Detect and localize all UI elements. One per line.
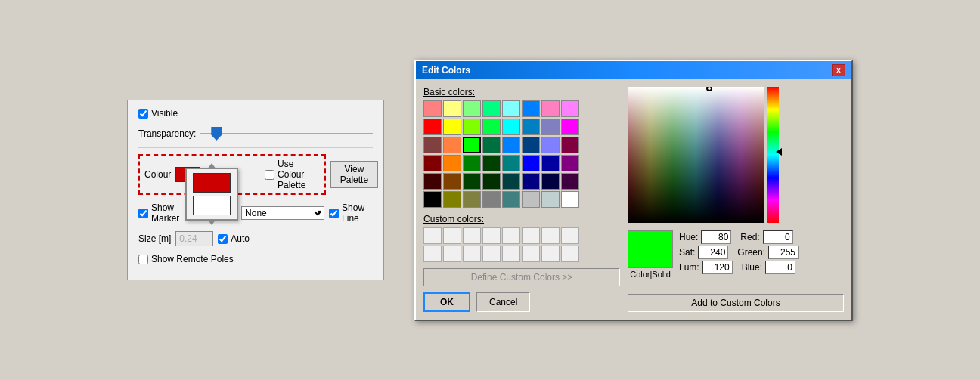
basic-color-cell[interactable] xyxy=(482,173,501,190)
basic-color-cell[interactable] xyxy=(502,173,520,190)
basic-color-cell[interactable] xyxy=(502,191,520,208)
basic-color-cell[interactable] xyxy=(443,119,461,135)
custom-color-cell[interactable] xyxy=(423,246,442,262)
basic-color-cell[interactable] xyxy=(541,119,560,135)
basic-color-cell[interactable] xyxy=(541,137,560,153)
basic-color-cell[interactable] xyxy=(443,173,461,190)
hue-input[interactable] xyxy=(701,230,731,244)
basic-color-cell[interactable] xyxy=(522,119,540,135)
basic-color-cell[interactable] xyxy=(522,155,540,171)
basic-color-cell[interactable] xyxy=(541,191,560,208)
basic-color-cell[interactable] xyxy=(463,119,481,135)
basic-color-cell[interactable] xyxy=(423,137,442,153)
cancel-button[interactable]: Cancel xyxy=(476,292,530,312)
use-colour-palette-checkbox[interactable] xyxy=(265,170,274,180)
popup-white-swatch[interactable] xyxy=(193,196,231,215)
custom-color-cell[interactable] xyxy=(463,246,481,262)
show-line-checkbox[interactable] xyxy=(329,209,339,218)
basic-color-cell[interactable] xyxy=(423,100,442,117)
visible-checkbox[interactable] xyxy=(138,109,148,119)
basic-color-cell[interactable] xyxy=(463,137,481,153)
color-spectrum[interactable] xyxy=(628,87,764,223)
blue-input[interactable] xyxy=(765,261,795,274)
basic-color-cell[interactable] xyxy=(541,100,560,117)
custom-color-cell[interactable] xyxy=(502,227,520,244)
transparency-label: Transparency: xyxy=(138,128,196,139)
custom-color-cell[interactable] xyxy=(522,227,540,244)
basic-color-cell[interactable] xyxy=(522,173,540,190)
basic-color-cell[interactable] xyxy=(561,173,579,190)
hue-cursor xyxy=(776,148,782,156)
view-palette-button[interactable]: View Palette xyxy=(330,161,378,188)
custom-color-cell[interactable] xyxy=(443,246,461,262)
custom-color-cell[interactable] xyxy=(463,227,481,244)
hue-row: Hue: Red: xyxy=(679,230,799,244)
custom-color-cell[interactable] xyxy=(561,246,579,262)
colour-dashed-container: Colour Use Colour Palette xyxy=(138,154,326,195)
basic-color-cell[interactable] xyxy=(482,119,501,135)
basic-color-cell[interactable] xyxy=(482,137,501,153)
auto-label[interactable]: Auto xyxy=(218,233,250,244)
basic-color-cell[interactable] xyxy=(561,155,579,171)
basic-color-cell[interactable] xyxy=(502,137,520,153)
use-colour-palette-label[interactable]: Use Colour Palette xyxy=(265,159,320,190)
visible-checkbox-label[interactable]: Visible xyxy=(138,108,178,119)
show-marker-checkbox[interactable] xyxy=(138,209,148,218)
basic-color-cell[interactable] xyxy=(482,191,501,208)
basic-color-cell[interactable] xyxy=(443,191,461,208)
basic-color-cell[interactable] xyxy=(561,191,579,208)
custom-color-cell[interactable] xyxy=(541,246,560,262)
define-custom-colors-button[interactable]: Define Custom Colors >> xyxy=(423,268,620,286)
popup-red-swatch[interactable] xyxy=(193,173,231,193)
slider-thumb[interactable] xyxy=(211,127,222,141)
label-dropdown-wrap[interactable]: None xyxy=(241,206,324,220)
basic-color-cell[interactable] xyxy=(423,191,442,208)
custom-color-cell[interactable] xyxy=(482,227,501,244)
basic-color-cell[interactable] xyxy=(443,155,461,171)
show-remote-poles-checkbox[interactable] xyxy=(138,255,148,264)
show-remote-poles-label[interactable]: Show Remote Poles xyxy=(138,254,234,264)
basic-color-cell[interactable] xyxy=(502,119,520,135)
custom-color-cell[interactable] xyxy=(502,246,520,262)
basic-color-cell[interactable] xyxy=(463,173,481,190)
basic-color-cell[interactable] xyxy=(541,173,560,190)
basic-color-cell[interactable] xyxy=(561,137,579,153)
auto-checkbox[interactable] xyxy=(218,234,228,244)
basic-color-cell[interactable] xyxy=(423,119,442,135)
custom-color-cell[interactable] xyxy=(561,227,579,244)
add-to-custom-colors-button[interactable]: Add to Custom Colors xyxy=(628,294,844,312)
basic-color-cell[interactable] xyxy=(463,155,481,171)
custom-color-cell[interactable] xyxy=(423,227,442,244)
custom-color-cell[interactable] xyxy=(443,227,461,244)
custom-color-cell[interactable] xyxy=(541,227,560,244)
green-input[interactable] xyxy=(768,246,799,259)
transparency-slider[interactable] xyxy=(200,126,373,141)
show-line-label[interactable]: Show Line xyxy=(329,202,373,224)
basic-color-cell[interactable] xyxy=(482,155,501,171)
custom-color-cell[interactable] xyxy=(482,246,501,262)
basic-color-cell[interactable] xyxy=(482,100,501,117)
size-input[interactable] xyxy=(175,231,213,246)
red-input[interactable] xyxy=(763,230,793,244)
show-marker-label[interactable]: Show Marker xyxy=(138,202,191,224)
basic-color-cell[interactable] xyxy=(463,191,481,208)
basic-color-cell[interactable] xyxy=(561,100,579,117)
basic-color-cell[interactable] xyxy=(502,155,520,171)
basic-color-cell[interactable] xyxy=(443,100,461,117)
lum-input[interactable] xyxy=(702,261,733,274)
basic-color-cell[interactable] xyxy=(522,100,540,117)
basic-color-cell[interactable] xyxy=(443,137,461,153)
basic-color-cell[interactable] xyxy=(522,191,540,208)
basic-color-cell[interactable] xyxy=(463,100,481,117)
basic-color-cell[interactable] xyxy=(423,173,442,190)
sat-input[interactable] xyxy=(698,246,728,259)
basic-color-cell[interactable] xyxy=(423,155,442,171)
basic-color-cell[interactable] xyxy=(522,137,540,153)
custom-color-cell[interactable] xyxy=(522,246,540,262)
basic-color-cell[interactable] xyxy=(561,119,579,135)
basic-color-cell[interactable] xyxy=(541,155,560,171)
ok-button[interactable]: OK xyxy=(423,292,470,312)
dialog-close-button[interactable]: x xyxy=(832,64,845,76)
label-dropdown[interactable]: None xyxy=(241,206,324,220)
basic-color-cell[interactable] xyxy=(502,100,520,117)
